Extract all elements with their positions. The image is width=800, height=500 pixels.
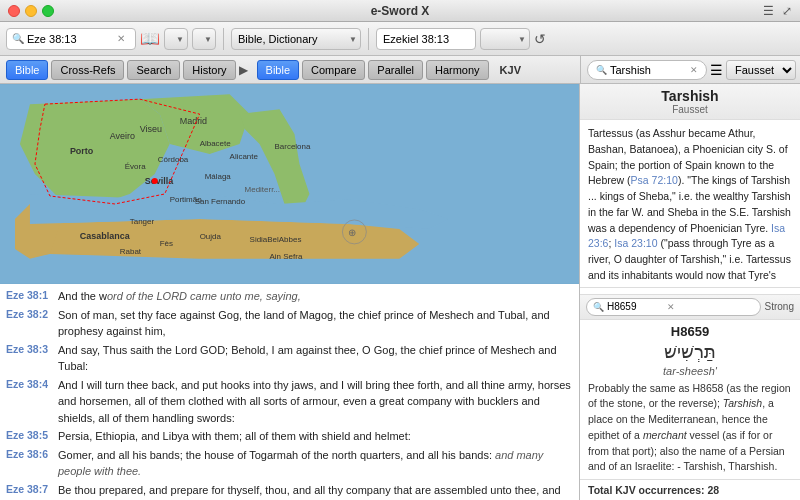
main-tab-harmony[interactable]: Harmony — [426, 60, 489, 80]
zoom-icon[interactable]: ⤢ — [782, 4, 792, 18]
svg-text:San Fernando: San Fernando — [195, 197, 246, 206]
svg-text:Rabat: Rabat — [120, 247, 142, 256]
strongs-definition: Probably the same as H8658 (as the regio… — [588, 381, 792, 476]
svg-text:Casablanca: Casablanca — [80, 231, 131, 241]
table-row: Eze 38:2 Son of man, set thy face agains… — [6, 307, 573, 340]
ref-dropdown-wrap — [480, 28, 530, 50]
svg-text:Oujda: Oujda — [200, 232, 222, 241]
refresh-button[interactable]: ↺ — [534, 31, 546, 47]
bible-panel: Porto Aveiro Viseu Madrid Albacete Évora… — [0, 84, 580, 500]
close-button[interactable] — [8, 5, 20, 17]
title-bar: e-Sword X ☰ ⤢ — [0, 0, 800, 22]
clear-search-icon[interactable]: ✕ — [117, 33, 125, 44]
verse-text: And I will turn thee back, and put hooks… — [58, 377, 573, 427]
svg-text:Tanger: Tanger — [130, 217, 155, 226]
tab-bible[interactable]: Bible — [6, 60, 48, 80]
book-icon[interactable]: 📖 — [140, 29, 160, 48]
search-icon: 🔍 — [12, 33, 24, 44]
bible-text[interactable]: Eze 38:1 And the word of the LORD came u… — [0, 284, 579, 500]
toolbar-separator-1 — [223, 28, 224, 50]
dict-search-input[interactable] — [610, 64, 690, 76]
svg-text:Sevilla: Sevilla — [145, 176, 174, 186]
svg-text:⊕: ⊕ — [348, 227, 356, 238]
map-svg: Porto Aveiro Viseu Madrid Albacete Évora… — [0, 84, 579, 284]
main-tab-compare[interactable]: Compare — [302, 60, 365, 80]
title-bar-right: ☰ ⤢ — [763, 4, 792, 18]
strongs-search-icon: 🔍 — [593, 302, 604, 312]
book-dropdown-wrap — [164, 28, 188, 50]
main-content: Porto Aveiro Viseu Madrid Albacete Évora… — [0, 84, 800, 500]
table-row: Eze 38:5 Persia, Ethiopia, and Libya wit… — [6, 428, 573, 445]
strongs-search-input[interactable] — [607, 301, 667, 312]
strongs-clear-icon[interactable]: ✕ — [667, 302, 675, 312]
svg-text:Málaga: Málaga — [205, 172, 232, 181]
svg-text:Viseu: Viseu — [140, 124, 162, 134]
dict-link-psa[interactable]: Psa 72:10 — [631, 174, 678, 186]
verse-text: And the word of the LORD came unto me, s… — [58, 288, 301, 305]
main-tab-bible[interactable]: Bible — [257, 60, 299, 80]
map-area[interactable]: Porto Aveiro Viseu Madrid Albacete Évora… — [0, 84, 579, 284]
svg-text:Aveiro: Aveiro — [110, 131, 135, 141]
dict-panel: Tarshish Fausset Tartessus (as Asshur be… — [580, 84, 800, 500]
chapter-dropdown[interactable] — [192, 28, 216, 50]
maximize-button[interactable] — [42, 5, 54, 17]
dict-search-icon: 🔍 — [596, 65, 607, 75]
resource-dropdown[interactable]: Bible, Dictionary — [231, 28, 361, 50]
main-toolbar: 🔍 ✕ 📖 Bible, Dictionary ↺ — [0, 22, 800, 56]
verse-ref: Eze 38:6 — [6, 447, 58, 480]
strongs-content: H8659 תַּרְשִׁישׁ tar-sheesh' Probably t… — [580, 320, 800, 480]
verse-search-input[interactable] — [27, 33, 117, 45]
table-row: Eze 38:6 Gomer, and all his bands; the h… — [6, 447, 573, 480]
table-row: Eze 38:3 And say, Thus saith the Lord GO… — [6, 342, 573, 375]
verse-ref: Eze 38:4 — [6, 377, 58, 427]
verse-text: And say, Thus saith the Lord GOD; Behold… — [58, 342, 573, 375]
svg-text:Albacete: Albacete — [200, 139, 232, 148]
verse-ref: Eze 38:1 — [6, 288, 58, 305]
dict-source: Fausset — [588, 104, 792, 115]
strongs-h8658-link[interactable]: H8658 — [692, 382, 723, 394]
svg-text:Fès: Fès — [160, 239, 173, 248]
verse-search-box[interactable]: 🔍 ✕ — [6, 28, 136, 50]
main-tab-parallel[interactable]: Parallel — [368, 60, 423, 80]
tab-search[interactable]: Search — [127, 60, 180, 80]
dict-text: Tartessus (as Asshur became Athur, Basha… — [588, 126, 792, 281]
tab-cross-refs[interactable]: Cross-Refs — [51, 60, 124, 80]
dict-content[interactable]: Tartessus (as Asshur became Athur, Basha… — [580, 120, 800, 281]
verse-ref: Eze 38:3 — [6, 342, 58, 375]
svg-text:Ain Sefra: Ain Sefra — [270, 252, 303, 261]
svg-text:Córdoba: Córdoba — [158, 155, 189, 164]
play-button[interactable]: ▶ — [239, 63, 248, 77]
toolbar-separator-2 — [368, 28, 369, 50]
dict-list-icon[interactable]: ☰ — [710, 62, 723, 78]
app-title: e-Sword X — [371, 4, 430, 18]
left-sub-toolbar: Bible Cross-Refs Search History ▶ Bible … — [0, 60, 580, 80]
dict-clear-icon[interactable]: ✕ — [690, 65, 698, 75]
svg-text:Porto: Porto — [70, 146, 94, 156]
strongs-number: H8659 — [588, 324, 792, 339]
dict-search-box[interactable]: 🔍 ✕ — [587, 60, 707, 80]
svg-text:SidiaBelAbbes: SidiaBelAbbes — [250, 235, 302, 244]
verse-text: Persia, Ethiopia, and Libya with them; a… — [58, 428, 411, 445]
verse-text: Gomer, and all his bands; the house of T… — [58, 447, 573, 480]
dict-link-isa2[interactable]: Isa 23:10 — [614, 237, 657, 249]
dict-source-select[interactable]: Fausset — [726, 60, 796, 80]
chapter-dropdown-wrap — [192, 28, 216, 50]
svg-text:Alicante: Alicante — [230, 152, 259, 161]
reference-input[interactable] — [376, 28, 476, 50]
verse-ref: Eze 38:7 — [6, 482, 58, 501]
svg-text:Barcelona: Barcelona — [275, 142, 311, 151]
verse-text: Be thou prepared, and prepare for thysel… — [58, 482, 573, 501]
dict-title: Tarshish — [588, 88, 792, 104]
minimize-button[interactable] — [25, 5, 37, 17]
book-dropdown[interactable] — [164, 28, 188, 50]
ref-dropdown[interactable] — [480, 28, 530, 50]
strongs-search-box[interactable]: 🔍 ✕ — [586, 298, 761, 316]
verse-ref: Eze 38:2 — [6, 307, 58, 340]
tab-history[interactable]: History — [183, 60, 235, 80]
menu-icon[interactable]: ☰ — [763, 4, 774, 18]
table-row: Eze 38:4 And I will turn thee back, and … — [6, 377, 573, 427]
resource-dropdown-wrap: Bible, Dictionary — [231, 28, 361, 50]
right-sub-toolbar: 🔍 ✕ ☰ Fausset — [580, 56, 800, 83]
sub-toolbar: Bible Cross-Refs Search History ▶ Bible … — [0, 56, 800, 84]
strongs-bar: 🔍 ✕ Strong — [580, 294, 800, 320]
